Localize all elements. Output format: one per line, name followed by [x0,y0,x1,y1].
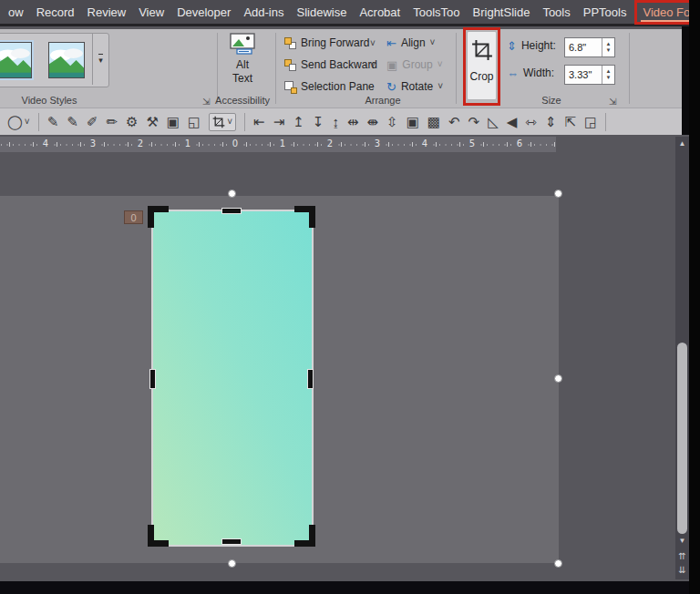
send-backward-chevron-icon[interactable]: ˅ [370,61,376,70]
group-objects-icon[interactable]: ▣ [167,115,180,128]
width-spinner[interactable]: ▲ ▼ [602,66,614,84]
rotate-button[interactable]: ↻ Rotate ˅ [386,80,443,93]
crop-handle-bottom[interactable] [221,538,242,545]
align-middle-icon[interactable]: ⇳ [386,115,398,128]
align-left-icon[interactable]: ⇤ [253,115,265,128]
bring-forward-button[interactable]: Bring Forward [284,36,369,49]
ruler-number: 2 [135,138,146,148]
crop-button[interactable]: Crop [467,31,497,100]
selection-handle-bottom-center[interactable] [228,559,236,568]
crop-handle-top[interactable] [221,208,242,214]
group-separator [217,33,218,104]
height-value[interactable]: 6.8" [565,42,602,53]
rotate-right-icon[interactable]: ↷ [468,115,480,128]
align-button[interactable]: ⇤ Align ˅ [386,36,435,49]
video-styles-dialog-launcher[interactable]: ⇲ [202,97,210,107]
spinner-up-icon[interactable]: ▲ [606,68,612,75]
rotate-icon: ↻ [386,81,396,93]
spinner-down-icon[interactable]: ▼ [606,75,612,81]
scroll-down-icon[interactable]: ▼ [675,537,689,545]
bring-forward-icon[interactable]: ▣ [407,115,419,128]
height-input[interactable]: 6.8" ▲ ▼ [564,37,615,57]
tab-brightslide[interactable]: BrightSlide [467,5,537,19]
ungroup-objects-icon[interactable]: ◱ [188,115,201,128]
tab-show[interactable]: ow [2,5,30,19]
bring-forward-icon [284,37,296,49]
format-painter-icon[interactable]: ✏ [106,115,118,128]
align-top-icon[interactable]: ↥ [293,115,304,128]
tab-slidewise[interactable]: Slidewise [290,5,353,19]
resize-width-icon[interactable]: ⇿ [525,115,537,128]
selection-pane-button[interactable]: Selection Pane [284,80,375,93]
tab-pptools[interactable]: PPTools [577,5,633,19]
group-button[interactable]: ▣ Group ˅ [386,58,443,71]
selection-handle-top-center[interactable] [228,189,236,198]
spinner-down-icon[interactable]: ▼ [606,47,612,54]
width-value[interactable]: 3.33" [565,69,602,80]
distribute-vertical-icon[interactable]: ⇼ [366,115,378,128]
gallery-more-icon: ▾ [98,54,103,66]
selection-handle-right-middle[interactable] [554,374,562,383]
flip-vertical-icon[interactable]: ◺ [488,115,499,128]
size-dialog-launcher[interactable]: ⇲ [609,97,616,107]
build-tool-icon[interactable]: ⚒ [146,115,158,128]
crop-handle-top-left[interactable] [148,206,169,228]
crop-handle-top-right[interactable] [294,206,315,228]
crop-button-label: Crop [469,70,493,83]
tab-review[interactable]: Review [81,5,133,19]
tab-record[interactable]: Record [30,5,81,19]
quick-access-toolbar: ◯ ˅ ✎ ✎ ✐ ✏ ⚙ ⚒ ▣ ◱ ˅ ⇤ ⇥ ↥ ↧ ↨ ⇹ ⇼ ⇳ ▣ … [0,108,700,135]
width-input[interactable]: 3.33" ▲ ▼ [564,65,615,85]
tab-acrobat[interactable]: Acrobat [353,5,407,19]
horizontal-ruler[interactable]: 4 3 2 1 0 1 2 3 4 5 6 [0,137,556,152]
crop-handle-bottom-left[interactable] [148,525,169,547]
selection-pane-icon [284,81,296,93]
tab-tools[interactable]: Tools [536,5,576,19]
oval-shape-tool-button[interactable]: ◯ ˅ [7,115,30,128]
pointer-select-icon[interactable]: ⇱ [564,115,576,128]
video-style-thumbnail-selected[interactable] [0,42,32,78]
spinner-up-icon[interactable]: ▲ [606,41,612,47]
crop-tool-button-active[interactable]: ˅ [209,113,236,131]
rotate-left-icon[interactable]: ↶ [448,115,460,128]
selection-handle-bottom-right[interactable] [554,559,562,568]
tab-developer[interactable]: Developer [170,5,237,19]
selection-handle-top-right[interactable] [554,189,562,198]
scroll-up-icon[interactable]: ▲ [675,139,689,148]
vertical-scrollbar[interactable]: ▲ ▼ ⇈ ⇊ [675,137,689,579]
resize-height-icon[interactable]: ⇕ [545,115,557,128]
crop-handle-right[interactable] [307,369,314,389]
window-right-edge [682,26,689,135]
flip-horizontal-icon[interactable]: ◀ [507,115,518,128]
tab-toolstoo[interactable]: ToolsToo [407,5,466,19]
distribute-horizontal-icon[interactable]: ⇹ [347,115,359,128]
scale-fit-icon[interactable]: ◲ [584,115,597,128]
shape-fill-icon[interactable]: ✎ [47,115,59,128]
next-slide-icon[interactable]: ⇊ [675,565,689,575]
previous-slide-icon[interactable]: ⇈ [675,551,689,561]
video-style-thumbnail[interactable] [48,42,85,78]
align-right-icon[interactable]: ⇥ [273,115,285,128]
bring-forward-chevron-icon[interactable]: ˅ [370,39,376,48]
tab-view[interactable]: View [132,5,170,19]
video-cropped-region[interactable] [151,210,314,547]
tab-add-ins[interactable]: Add-ins [237,5,290,19]
crop-handle-left[interactable] [149,369,156,389]
send-backward-button[interactable]: Send Backward [284,58,377,71]
send-backward-icon[interactable]: ▩ [427,115,440,128]
style-tools-icon[interactable]: ⚙ [126,115,138,128]
send-backward-label: Send Backward [301,58,377,71]
group-chevron-icon: ˅ [438,60,443,69]
alt-text-button[interactable]: Alt Text [221,33,263,93]
crop-handle-bottom-right[interactable] [294,525,315,547]
toolbar-separator [38,113,39,131]
height-spinner[interactable]: ▲ ▼ [602,38,614,56]
align-bottom-icon[interactable]: ↧ [313,115,324,128]
align-center-icon[interactable]: ↨ [332,115,339,128]
gallery-more-button[interactable]: ▾ [92,34,108,85]
pen-style-icon[interactable]: ✐ [87,115,98,128]
size-group-label: Size [510,95,592,106]
scrollbar-thumb[interactable] [677,343,687,534]
line-color-icon[interactable]: ✎ [67,115,78,128]
align-chevron-icon: ˅ [430,38,436,47]
